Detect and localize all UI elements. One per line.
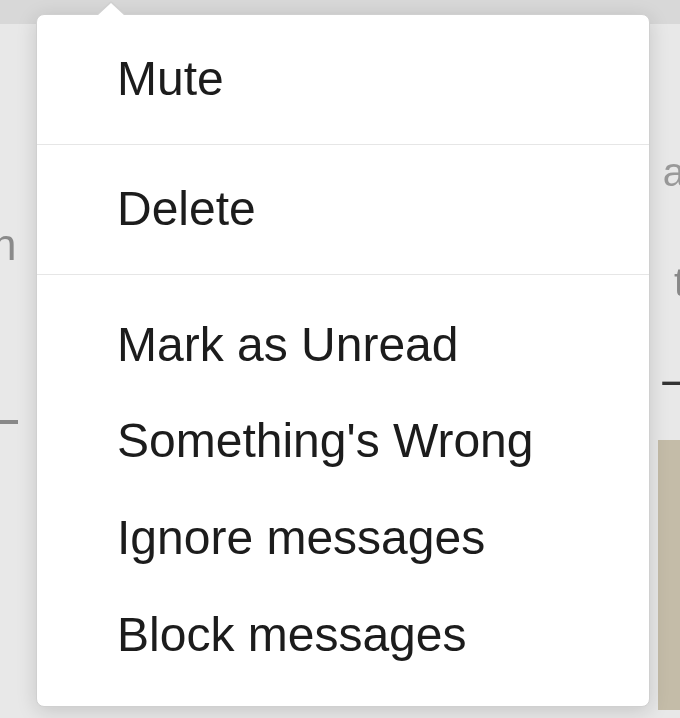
- background-fragment: [0, 420, 18, 424]
- menu-item-somethings-wrong[interactable]: Something's Wrong: [37, 393, 649, 490]
- dropdown-menu: Mute Delete Mark as Unread Something's W…: [36, 14, 650, 707]
- menu-item-label: Something's Wrong: [117, 414, 533, 467]
- menu-item-label: Mute: [117, 52, 224, 105]
- background-fragment: [658, 440, 680, 710]
- menu-item-ignore-messages[interactable]: Ignore messages: [37, 490, 649, 587]
- menu-item-mute[interactable]: Mute: [37, 15, 649, 144]
- menu-item-label: Delete: [117, 182, 256, 235]
- menu-section: Delete: [37, 145, 649, 275]
- menu-item-block-messages[interactable]: Block messages: [37, 587, 649, 706]
- menu-item-label: Ignore messages: [117, 511, 485, 564]
- background-fragment: t: [674, 260, 680, 305]
- menu-item-label: Mark as Unread: [117, 318, 458, 371]
- menu-item-label: Block messages: [117, 608, 466, 661]
- menu-section: Mute: [37, 15, 649, 145]
- menu-item-mark-unread[interactable]: Mark as Unread: [37, 275, 649, 394]
- menu-section: Mark as Unread Something's Wrong Ignore …: [37, 275, 649, 706]
- background-fragment: –: [662, 350, 680, 408]
- background-fragment: a: [663, 150, 680, 195]
- menu-item-delete[interactable]: Delete: [37, 145, 649, 274]
- background-fragment: n: [0, 220, 16, 270]
